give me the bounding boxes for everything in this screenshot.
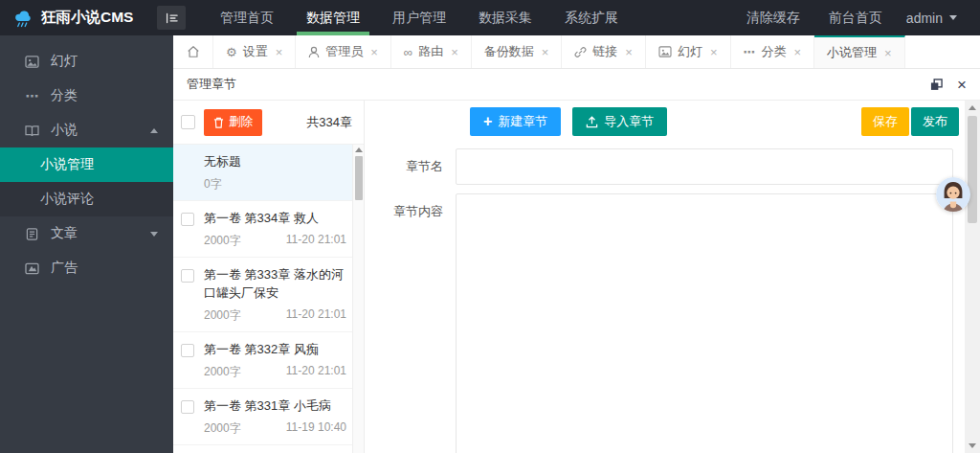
tab-settings[interactable]: ⚙ 设置 ×	[213, 35, 296, 68]
sidebar-item-novel-comments[interactable]: 小说评论	[0, 182, 173, 216]
chapter-checkbox[interactable]	[181, 400, 194, 414]
nav-item-extend[interactable]: 系统扩展	[555, 0, 628, 35]
tab-category[interactable]: ⋯ 分类 ×	[731, 35, 815, 68]
scroll-thumb[interactable]	[968, 116, 977, 223]
sidebar-item-ads[interactable]: 广告	[0, 251, 173, 285]
chapter-time: 11-20 21:01	[286, 364, 346, 380]
tab-close-icon[interactable]: ×	[542, 45, 549, 59]
sidebar-item-label: 小说	[51, 122, 78, 139]
rain-cloud-icon	[12, 8, 33, 29]
close-panel-icon[interactable]: ×	[957, 77, 967, 93]
tab-close-icon[interactable]: ×	[276, 45, 283, 59]
tab-novel-manage[interactable]: 小说管理 ×	[814, 35, 905, 68]
tab-admins[interactable]: 管理员 ×	[296, 35, 391, 68]
user-menu[interactable]: admin	[897, 11, 967, 26]
new-chapter-button[interactable]: + 新建章节	[470, 107, 561, 136]
chapter-title: 第一卷 第331章 小毛病	[204, 396, 354, 415]
chapter-time: 11-20 21:01	[286, 307, 346, 324]
tab-close-icon[interactable]: ×	[710, 45, 718, 59]
chapter-words: 2000字	[204, 307, 241, 324]
chapter-item[interactable]: 第一卷 第334章 救人 2000字 11-20 21:01	[173, 201, 364, 258]
nav-item-home[interactable]: 管理首页	[211, 0, 283, 35]
chapter-words: 2000字	[204, 233, 241, 249]
save-button[interactable]: 保存	[861, 107, 909, 136]
sidebar-item-label: 文章	[51, 225, 78, 242]
tab-bar: ⚙ 设置 × 管理员 × ∞ 路由 × 备份数据	[173, 35, 980, 69]
scroll-thumb[interactable]	[355, 156, 363, 200]
top-nav: 管理首页 数据管理 用户管理 数据采集 系统扩展	[211, 0, 641, 35]
sidebar-item-novel-manage[interactable]: 小说管理	[0, 147, 173, 182]
select-all-checkbox[interactable]	[181, 115, 195, 129]
slideshow-icon	[25, 56, 39, 68]
main-scrollbar[interactable]	[965, 101, 980, 453]
frontend-home-link[interactable]: 前台首页	[814, 0, 897, 35]
tab-close-icon[interactable]: ×	[625, 45, 633, 59]
nav-item-users[interactable]: 用户管理	[383, 0, 456, 35]
main-area: ⚙ 设置 × 管理员 × ∞ 路由 × 备份数据	[173, 35, 980, 453]
delete-button[interactable]: 删除	[204, 109, 262, 136]
tab-close-icon[interactable]: ×	[370, 45, 378, 59]
chapter-editor: + 新建章节 导入章节 保存 发布	[365, 101, 980, 453]
tab-backup[interactable]: 备份数据 ×	[472, 35, 563, 68]
nav-item-collect[interactable]: 数据采集	[469, 0, 542, 35]
logo-text: 狂雨小说CMS	[41, 8, 133, 28]
panel-title: 管理章节	[187, 76, 236, 93]
trash-icon	[213, 117, 224, 128]
sidebar-item-article[interactable]: 文章	[0, 216, 173, 251]
chapter-checkbox[interactable]	[181, 213, 194, 226]
ellipsis-icon: ⋯	[25, 88, 39, 103]
publish-button[interactable]: 发布	[911, 107, 959, 136]
import-chapter-button[interactable]: 导入章节	[572, 107, 667, 136]
tab-close-icon[interactable]: ×	[884, 46, 892, 60]
chapter-checkbox[interactable]	[181, 344, 194, 357]
novel-submenu: 小说管理 小说评论	[0, 147, 173, 216]
tab-home[interactable]	[173, 35, 213, 68]
logo: 狂雨小说CMS	[0, 0, 144, 35]
document-icon	[25, 228, 39, 240]
plus-icon: +	[483, 114, 492, 129]
tab-close-icon[interactable]: ×	[451, 45, 458, 59]
chapter-item[interactable]: 第一卷 第332章 风痴 2000字 11-20 21:01	[173, 332, 364, 389]
scroll-down-arrow-icon[interactable]	[969, 443, 976, 448]
chapter-title: 无标题	[204, 152, 354, 170]
chapter-time: 11-19 10:40	[286, 420, 346, 437]
chapter-words: 2000字	[204, 420, 241, 437]
link-icon	[574, 46, 587, 58]
ellipsis-icon: ⋯	[744, 45, 756, 59]
app-window: 狂雨小说CMS 管理首页 数据管理 用户管理 数据采集 系统扩展 清除缓存 前台…	[0, 0, 980, 453]
chapter-item[interactable]: 第一卷 第333章 落水的河口罐头厂保安 2000字 11-20 21:01	[173, 258, 364, 332]
scroll-up-arrow-icon[interactable]	[355, 147, 363, 152]
route-icon: ∞	[404, 45, 412, 59]
chapter-item[interactable]: 第一卷 第331章 小毛病 2000字 11-19 10:40	[173, 389, 364, 445]
chapter-item[interactable]: 无标题 0字	[173, 145, 364, 201]
book-icon	[25, 125, 39, 137]
sidebar-item-slideshow[interactable]: 幻灯	[0, 44, 173, 79]
person-icon	[308, 46, 320, 58]
nav-item-data[interactable]: 数据管理	[297, 0, 369, 35]
chapter-content-textarea[interactable]	[456, 193, 953, 453]
chapter-content-label: 章节内容	[365, 193, 456, 453]
chapter-checkbox[interactable]	[181, 269, 194, 283]
clear-cache-link[interactable]: 清除缓存	[732, 0, 814, 35]
chevron-up-icon	[150, 128, 158, 133]
scroll-up-arrow-icon[interactable]	[969, 105, 976, 110]
sidebar: 幻灯 ⋯ 分类 小说 小说管理 小说评论 文章	[0, 35, 173, 453]
sidebar-item-category[interactable]: ⋯ 分类	[0, 79, 173, 113]
list-scrollbar[interactable]	[352, 145, 364, 453]
panel-body: 删除 共334章 无标题 0字	[173, 101, 980, 453]
chapter-time: 11-20 21:01	[286, 233, 346, 249]
chapter-name-input[interactable]	[456, 148, 953, 185]
chevron-down-icon	[150, 232, 158, 237]
sidebar-item-novel[interactable]: 小说	[0, 113, 173, 147]
restore-window-icon[interactable]	[930, 79, 943, 91]
assistant-avatar[interactable]	[936, 177, 970, 212]
chapter-item[interactable]: 第一卷 第330章 南洋捷报 5585字 11-20 21:11	[173, 445, 364, 453]
upload-icon	[586, 116, 598, 128]
ad-icon	[25, 262, 39, 275]
tab-slideshow[interactable]: 幻灯 ×	[646, 35, 731, 68]
tab-links[interactable]: 链接 ×	[562, 35, 646, 68]
tab-routes[interactable]: ∞ 路由 ×	[391, 35, 472, 68]
tab-close-icon[interactable]: ×	[794, 45, 802, 59]
username: admin	[906, 11, 943, 26]
sidebar-toggle-button[interactable]	[157, 6, 186, 30]
